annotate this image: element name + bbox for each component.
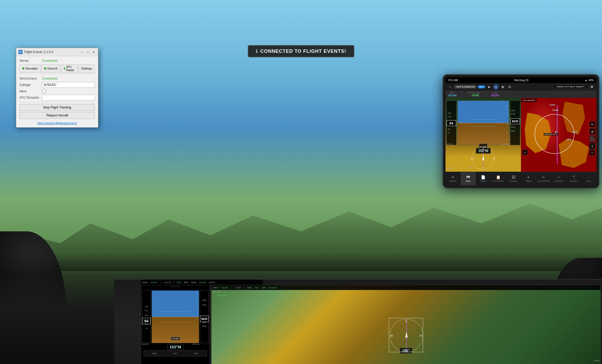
- nav-imagery[interactable]: 🖼 Imagery: [506, 172, 521, 185]
- events-link[interactable]: https://events.flighttracker.tech: [19, 122, 95, 125]
- crs-label: CRS: [177, 281, 181, 284]
- pin-tool[interactable]: ◎: [589, 128, 596, 135]
- left-hsi: N S W E: [470, 146, 497, 170]
- atc-remarks-input[interactable]: [42, 95, 95, 101]
- alt-tape: 8800 8700 8630 8500 8400: [200, 291, 209, 343]
- layers-icon-btn[interactable]: ●: [486, 84, 492, 90]
- ipad-screen: 9:51 AM Wed Aug 26 ▲ 49% ← Aero & Obstac…: [446, 77, 596, 185]
- ff-map-area: 130 110 94 80 70 8800 8700 8630 8500: [446, 98, 596, 172]
- nav2-stby: 118.58: [208, 281, 215, 284]
- alt-8400: 8400: [202, 325, 206, 327]
- tab-atc-radar[interactable]: ATC Radar: [61, 64, 78, 73]
- maximize-button[interactable]: □: [85, 50, 90, 54]
- ias-label: |: [173, 281, 174, 284]
- map-time: 9:51 AM EDT: [522, 99, 537, 102]
- pencil-tool[interactable]: ✏: [589, 121, 596, 128]
- dialog-controls: — □ ✕: [79, 50, 96, 54]
- lt-ias: 94: [450, 121, 453, 125]
- traffic-btn[interactable]: ⊕: [500, 84, 506, 90]
- atc-radar-dot: [64, 67, 65, 70]
- lt-speed-80: 80: [448, 128, 450, 131]
- mfd-crv-bottom: OAT -2°C: [213, 360, 221, 362]
- minimize-button[interactable]: —: [79, 50, 84, 54]
- speed-80: 80: [145, 323, 148, 325]
- simconnect-value: Connected: [42, 77, 57, 80]
- hdg-strip: HDG 151° CRV: [144, 350, 207, 356]
- nav1-freq: 113.10: [150, 281, 157, 284]
- ete-label: ETE: [493, 92, 497, 94]
- flights-label: Flights: [525, 180, 532, 182]
- simconnect-label: SimConnect: [19, 77, 42, 80]
- route-display[interactable]: KMOD HYP KFAT 5500FT↑: [554, 85, 588, 89]
- maps-label: Maps: [465, 180, 471, 182]
- zoom-controls: + −: [589, 144, 595, 156]
- battery-level: 49%: [588, 79, 594, 82]
- back-button[interactable]: ←: [447, 84, 453, 90]
- weather-btn[interactable]: ⊙: [507, 84, 513, 90]
- pfd-adi: [152, 291, 199, 343]
- tab-settings[interactable]: Settings: [78, 64, 95, 73]
- zoom-in-btn[interactable]: +: [589, 144, 595, 150]
- adi-horizon: [152, 317, 199, 317]
- fpl-btn[interactable]: FPL: [478, 85, 485, 88]
- speed-120: 120: [145, 305, 148, 307]
- nav-maps[interactable]: 🗺 Maps: [461, 172, 476, 185]
- nav-flights[interactable]: ✈ Flights: [521, 172, 536, 185]
- ipad-status-bar: 9:51 AM Wed Aug 26 ▲ 49%: [446, 77, 596, 83]
- gs-kts-left: GS KTS: [446, 143, 453, 145]
- server-value: Connected: [42, 59, 57, 63]
- mfd-sep1: |: [244, 287, 244, 289]
- c003-waypoint: C003: [566, 138, 571, 141]
- ff-info-strip: DIST 3.6 nm ACTIVE LEG → KASE ETE 2m16s: [446, 90, 596, 98]
- nav-checklist[interactable]: ✓ Checklist: [551, 172, 566, 185]
- checklist-label: Checklist: [554, 180, 563, 182]
- hsi-ring: N S W E: [389, 318, 423, 352]
- aero-obstacles-btn[interactable]: Aero & Obstacles: [454, 85, 477, 89]
- nav-airports[interactable]: ✈ Airports: [446, 172, 461, 185]
- more-icon: ···: [587, 175, 591, 179]
- wifi-icon: ▲: [585, 79, 587, 82]
- coordinates-display: 28°N 106.69°W: [544, 133, 558, 136]
- nav-devices[interactable]: 📱 Devices: [566, 172, 581, 185]
- callsign-input[interactable]: [42, 82, 95, 88]
- scratchpads-icon: ✏: [542, 175, 545, 179]
- airports-label: Airports: [450, 180, 457, 182]
- nav-scratchpads[interactable]: ✏ ScratchPads: [536, 172, 551, 185]
- nav-documents[interactable]: 📋 Documents: [491, 172, 506, 185]
- more-label: More: [586, 180, 591, 182]
- route-settings-icon[interactable]: ⚙: [589, 84, 595, 90]
- nav-more[interactable]: ··· More: [581, 172, 596, 185]
- right-map: 28°N 106.69°W KASY KASE C003 KIER 9:51 A…: [521, 98, 596, 172]
- documents-icon: 📋: [496, 175, 501, 179]
- hdg-label: HDG: [152, 352, 157, 355]
- info-sep2: [485, 92, 486, 97]
- svg-text:S: S: [405, 349, 407, 352]
- server-row: Server Connected: [19, 59, 95, 63]
- nav-plates[interactable]: 📄 Plates: [476, 172, 491, 185]
- map-settings-btn[interactable]: ◎: [493, 84, 499, 90]
- atc-remarks-row: ATC Remarks: [19, 95, 95, 101]
- flights-icon: ✈: [527, 175, 530, 179]
- airports-icon: ✈: [451, 175, 455, 179]
- alt-8500: 8500: [202, 321, 206, 323]
- settings-icon-left[interactable]: ⚙: [469, 166, 472, 170]
- ident-checkbox[interactable]: [42, 89, 46, 93]
- dist-label: DIST: [450, 92, 455, 94]
- aircraft-id-label: ASXGSA: [213, 291, 220, 293]
- close-button[interactable]: ✕: [91, 50, 96, 54]
- fullscreen-btn[interactable]: ⤢: [522, 149, 528, 155]
- teleport-aircraft-button[interactable]: Teleport Aircraft: [19, 112, 95, 119]
- dist-info: DIST 3.6 nm: [448, 92, 457, 97]
- mfd-xpdr: XPDR: [594, 360, 599, 362]
- zoom-out-btn[interactable]: −: [589, 150, 595, 156]
- tab-simulator[interactable]: Simulator: [19, 64, 41, 73]
- left-alt-tape: 8800 8700 8630 8500 8400: [510, 101, 520, 145]
- left-instrument-display: 130 110 94 80 70 8800 8700 8630 8500: [446, 98, 521, 172]
- stop-flight-tracking-button[interactable]: Stop Flight Tracking: [19, 104, 95, 111]
- ete-info: ETE 2m16s: [491, 92, 499, 97]
- tab-discord[interactable]: Discord: [41, 64, 60, 73]
- route-text: KMOD HYP KFAT 5500FT↑: [556, 85, 586, 88]
- rec-tool[interactable]: REC 00:00: [589, 136, 596, 141]
- tab-discord-label: Discord: [47, 67, 57, 70]
- nav1-stby: 111.15: [164, 281, 171, 284]
